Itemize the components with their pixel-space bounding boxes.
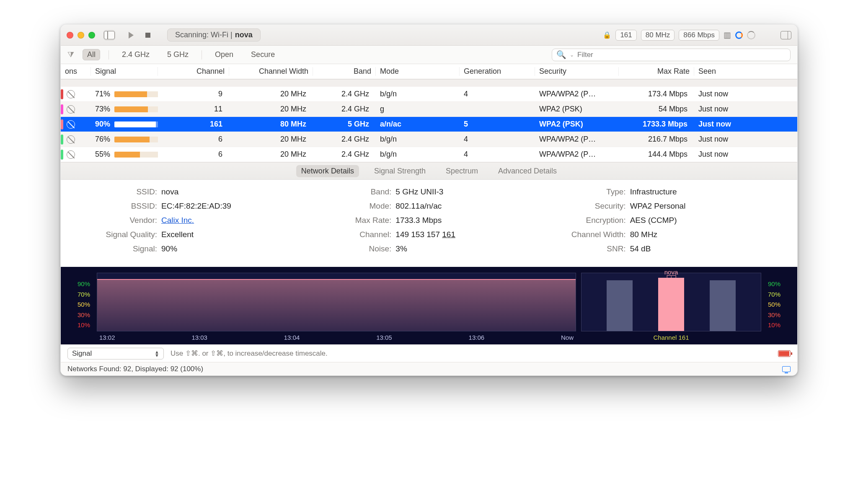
channel-axis-label: Channel 161 (581, 331, 761, 341)
table-row[interactable]: 90%16180 MHz5 GHza/n/ac5WPA2 (PSK)1733.3… (61, 117, 797, 132)
cell-security: WPA2 (PSK) (535, 120, 619, 129)
cell-mode: g (376, 105, 460, 114)
stop-scan-button[interactable] (145, 33, 150, 38)
table-row[interactable]: 71%920 MHz2.4 GHzb/g/n4WPA/WPA2 (P…173.4… (61, 87, 797, 102)
label-signal-quality: Signal Quality: (86, 230, 161, 239)
table-row[interactable]: 55%620 MHz2.4 GHzb/g/n4WPA/WPA2 (P…144.4… (61, 147, 797, 162)
color-tick (61, 119, 63, 129)
channel-pill: 161 (615, 30, 636, 41)
scanning-label: Scanning: Wi-Fi | (175, 31, 233, 39)
metric-select-value: Signal (72, 349, 92, 358)
cell-seen: Just now (694, 105, 753, 114)
col-band[interactable]: Band (313, 67, 376, 76)
refresh-icon[interactable] (735, 31, 743, 39)
search-field[interactable]: 🔍⌄ (552, 49, 791, 61)
table-header: ons Signal Channel Channel Width Band Mo… (61, 64, 797, 79)
display-mode-icon[interactable] (782, 366, 791, 372)
status-text: Networks Found: 92, Displayed: 92 (100%) (67, 365, 203, 373)
filter-all[interactable]: All (83, 49, 100, 60)
label-channel: Channel: (320, 230, 395, 239)
col-max-rate[interactable]: Max Rate (619, 67, 694, 76)
tab-advanced-details[interactable]: Advanced Details (493, 165, 562, 177)
filter-2-4ghz[interactable]: 2.4 GHz (117, 49, 154, 60)
col-signal[interactable]: Signal (91, 67, 158, 76)
value-signal-quality: Excellent (161, 230, 194, 239)
signal-area (97, 279, 576, 331)
titlebar-right: 🔒 161 80 MHz 866 Mbps ▥ (603, 30, 791, 41)
channel-width-pill: 80 MHz (641, 30, 675, 41)
minimize-window-button[interactable] (78, 32, 84, 39)
cell-channel: 11 (158, 105, 229, 114)
cell-channel-width: 20 MHz (229, 135, 313, 144)
col-generation[interactable]: Generation (460, 67, 535, 76)
vendor-link[interactable]: Calix Inc. (161, 216, 194, 225)
cell-max-rate: 173.4 Mbps (619, 90, 694, 98)
signal-percent: 90% (95, 120, 110, 129)
cell-channel-width: 20 MHz (229, 90, 313, 98)
plot-canvas (97, 273, 576, 331)
timescale-hint: Use ⇧⌘. or ⇧⌘, to increase/decrease time… (171, 349, 328, 358)
battery-icon (778, 350, 791, 357)
graph-icon[interactable]: ▥ (724, 30, 731, 40)
table-row[interactable]: 76%620 MHz2.4 GHzb/g/n4WPA/WPA2 (P…216.7… (61, 132, 797, 147)
lock-icon: 🔒 (603, 31, 611, 39)
col-actions[interactable]: ons (61, 67, 91, 76)
charts-area: 90% 70% 50% 30% 10% 13:02 13:03 13:04 13… (61, 267, 797, 344)
table-row[interactable]: 73%1120 MHz2.4 GHzgWPA2 (PSK)54 MbpsJust… (61, 102, 797, 117)
filter-bar: ⧩ All 2.4 GHz 5 GHz Open Secure 🔍⌄ (61, 46, 797, 64)
signal-percent: 73% (95, 105, 110, 114)
cell-mode: b/g/n (376, 150, 460, 159)
col-mode[interactable]: Mode (376, 67, 460, 76)
toggle-inspector-button[interactable] (780, 31, 791, 39)
metric-select[interactable]: Signal ▲▼ (67, 348, 164, 359)
signal-bar (114, 137, 158, 142)
activity-spinner-icon (747, 31, 755, 39)
value-noise: 3% (395, 244, 407, 253)
signal-time-plot: 13:02 13:03 13:04 13:05 13:06 Now (97, 273, 576, 341)
label-bssid: BSSID: (86, 202, 161, 211)
play-scan-button[interactable] (129, 32, 134, 39)
hidden-ssid-icon (67, 105, 75, 114)
filter-5ghz[interactable]: 5 GHz (163, 49, 193, 60)
current-network-marker: nova (664, 269, 678, 276)
value-encryption: AES (CCMP) (630, 216, 677, 225)
channel-bar-adjacent (607, 280, 633, 331)
tab-signal-strength[interactable]: Signal Strength (369, 165, 431, 177)
col-security[interactable]: Security (535, 67, 619, 76)
channel-bar-adjacent (710, 280, 736, 331)
barplot-canvas: nova (581, 273, 761, 331)
value-snr: 54 dB (630, 244, 651, 253)
col-seen[interactable]: Seen (694, 67, 753, 76)
cell-generation: 4 (460, 135, 535, 144)
filter-open[interactable]: Open (210, 49, 238, 60)
separator (202, 50, 202, 59)
search-input[interactable] (577, 51, 786, 59)
value-type: Infrastructure (630, 187, 677, 196)
fullscreen-window-button[interactable] (88, 32, 95, 39)
toggle-sidebar-button[interactable] (103, 30, 115, 40)
tab-network-details[interactable]: Network Details (296, 165, 359, 177)
cell-seen: Just now (694, 120, 753, 129)
cell-channel-width: 20 MHz (229, 105, 313, 114)
cell-security: WPA/WPA2 (P… (535, 90, 619, 98)
col-channel-width[interactable]: Channel Width (229, 67, 313, 76)
close-window-button[interactable] (67, 32, 73, 39)
x-axis: 13:02 13:03 13:04 13:05 13:06 Now (97, 331, 576, 341)
label-type: Type: (555, 187, 630, 196)
link-rate-pill: 866 Mbps (679, 30, 719, 41)
label-encryption: Encryption: (555, 216, 630, 225)
col-channel[interactable]: Channel (158, 67, 229, 76)
signal-bar (114, 121, 158, 127)
search-menu-caret-icon[interactable]: ⌄ (570, 52, 574, 58)
signal-percent: 55% (95, 150, 110, 159)
details-col-2: Band:5 GHz UNII-3 Mode:802.11a/n/ac Max … (320, 187, 538, 258)
filter-secure[interactable]: Secure (246, 49, 279, 60)
color-tick (61, 89, 63, 99)
tab-spectrum[interactable]: Spectrum (441, 165, 483, 177)
cell-max-rate: 54 Mbps (619, 105, 694, 114)
funnel-icon[interactable]: ⧩ (67, 50, 74, 59)
cell-mode: a/n/ac (376, 120, 460, 129)
play-icon (129, 32, 134, 39)
sidebar-icon (104, 31, 115, 39)
search-icon: 🔍 (556, 50, 566, 59)
